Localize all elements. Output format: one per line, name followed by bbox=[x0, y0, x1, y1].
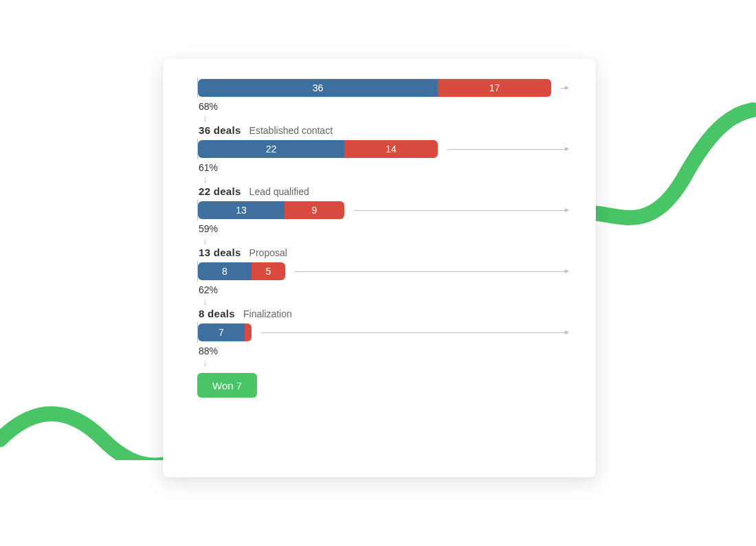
down-arrow-icon: ↓ bbox=[203, 236, 208, 245]
stage-name: Proposal bbox=[249, 247, 287, 258]
conversion-indicator-2: 59% ↓ bbox=[199, 223, 568, 245]
conversion-pct: 88% bbox=[199, 345, 218, 356]
out-arrow-icon bbox=[261, 332, 568, 333]
down-arrow-icon: ↓ bbox=[203, 297, 208, 306]
stage-name: Finalization bbox=[243, 308, 292, 319]
stage-deals-count: 8 deals bbox=[199, 308, 235, 319]
stage-name: Lead qualified bbox=[249, 186, 309, 197]
bar-segment-lost bbox=[245, 323, 252, 341]
bar-segment-advanced: 8 bbox=[198, 262, 252, 280]
conversion-pct: 61% bbox=[199, 162, 218, 173]
stage-bar: 85 bbox=[198, 262, 285, 280]
down-arrow-icon: ↓ bbox=[203, 174, 208, 184]
conversion-pct: 68% bbox=[199, 101, 218, 112]
stage-bar: 3617 bbox=[198, 79, 551, 97]
stage-bar: 7 bbox=[198, 323, 252, 341]
funnel-stage-3: 13 deals Proposal 85 bbox=[197, 247, 568, 280]
bar-segment-lost: 14 bbox=[344, 140, 438, 158]
bar-segment-advanced: 13 bbox=[198, 201, 285, 219]
funnel-chart: 3617 68% ↓ 36 deals Established contact … bbox=[197, 79, 568, 398]
bar-segment-lost: 5 bbox=[252, 262, 285, 280]
funnel-stage-2: 22 deals Lead qualified 139 bbox=[197, 185, 568, 219]
out-arrow-icon bbox=[354, 210, 568, 211]
bar-segment-lost: 17 bbox=[438, 79, 551, 97]
stage-bar: 2214 bbox=[198, 140, 438, 158]
funnel-card: 3617 68% ↓ 36 deals Established contact … bbox=[163, 58, 596, 477]
bar-segment-lost: 9 bbox=[285, 201, 344, 219]
down-arrow-icon: ↓ bbox=[203, 358, 208, 367]
out-arrow-icon bbox=[447, 149, 568, 150]
conversion-indicator-4: 88% ↓ bbox=[199, 345, 568, 367]
out-arrow-icon bbox=[561, 88, 568, 89]
stage-bar: 139 bbox=[198, 201, 344, 219]
conversion-indicator-0: 68% ↓ bbox=[199, 101, 568, 123]
down-arrow-icon: ↓ bbox=[203, 113, 208, 123]
won-badge[interactable]: Won 7 bbox=[197, 373, 257, 398]
stage-deals-count: 36 deals bbox=[199, 124, 241, 136]
stage-deals-count: 22 deals bbox=[199, 185, 241, 197]
stage-deals-count: 13 deals bbox=[199, 247, 241, 258]
bar-segment-advanced: 36 bbox=[198, 79, 438, 97]
bar-segment-advanced: 22 bbox=[198, 140, 344, 158]
out-arrow-icon bbox=[295, 271, 568, 272]
conversion-pct: 62% bbox=[199, 284, 218, 295]
won-label: Won 7 bbox=[212, 380, 242, 391]
funnel-stage-4: 8 deals Finalization 7 bbox=[197, 308, 568, 341]
conversion-indicator-3: 62% ↓ bbox=[199, 284, 568, 306]
bar-segment-advanced: 7 bbox=[198, 323, 245, 341]
conversion-pct: 59% bbox=[199, 223, 218, 234]
funnel-stage-1: 36 deals Established contact 2214 bbox=[197, 124, 568, 158]
stage-name: Established contact bbox=[249, 125, 333, 136]
funnel-stage-0: 3617 bbox=[197, 79, 568, 97]
conversion-indicator-1: 61% ↓ bbox=[199, 162, 568, 184]
